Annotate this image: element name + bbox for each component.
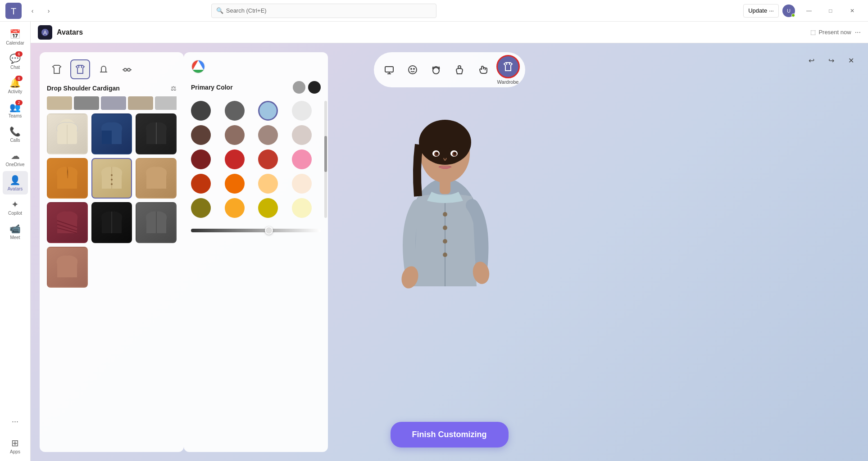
sidebar-label-onedrive: OneDrive [5, 162, 24, 167]
tab-jacket[interactable] [70, 59, 90, 79]
swatch-light-gray[interactable] [292, 101, 312, 121]
activity-icon: 🔔 6 [9, 77, 21, 88]
strip-item-3[interactable] [101, 96, 126, 110]
app-more-button[interactable]: ··· [855, 28, 861, 36]
sidebar-label-activity: Activity [8, 89, 23, 94]
clothing-grid [47, 113, 177, 288]
swatch-orange-3[interactable] [258, 174, 278, 194]
tab-glasses[interactable] [117, 59, 137, 79]
sidebar-item-calendar[interactable]: 📅 Calendar [3, 25, 28, 49]
strip-item-2[interactable] [74, 96, 99, 110]
sidebar-label-apps: Apps [10, 449, 20, 454]
clothing-item-8[interactable] [91, 202, 132, 243]
clothing-item-1[interactable] [47, 113, 88, 154]
filter-button[interactable]: ⚖ [171, 85, 177, 92]
slider-thumb[interactable] [265, 226, 273, 235]
finish-customizing-button[interactable]: Finish Customizing [391, 422, 509, 447]
svg-point-28 [443, 226, 447, 230]
swatch-brown-3[interactable] [258, 125, 278, 145]
color-slider[interactable] [191, 229, 321, 232]
update-button[interactable]: Update ··· [743, 4, 779, 18]
close-editor-button[interactable]: ✕ [843, 52, 859, 68]
content-area: A Avatars ⬚ Present now ··· [31, 22, 868, 461]
undo-button[interactable]: ↩ [803, 52, 819, 68]
search-bar[interactable]: 🔍 Search (Ctrl+E) [211, 4, 436, 18]
more-icon: ··· [12, 417, 18, 426]
sidebar-item-teams[interactable]: 👥 2 Teams [3, 98, 28, 122]
forward-button[interactable]: › [41, 4, 56, 18]
clothing-item-7[interactable] [47, 202, 88, 243]
copilot-icon: ✦ [11, 199, 19, 210]
swatch-dark-gray-2[interactable] [225, 101, 245, 121]
maximize-button[interactable]: □ [820, 4, 841, 18]
swatch-red-3[interactable] [258, 149, 278, 169]
sidebar-item-avatars[interactable]: 👤 Avatars [3, 171, 28, 194]
toolbar-face-button[interactable] [403, 60, 423, 80]
clothing-item-2[interactable] [91, 113, 132, 154]
close-button[interactable]: ✕ [842, 4, 863, 18]
swatch-brown-2[interactable] [225, 125, 245, 145]
svg-rect-17 [385, 67, 393, 72]
clothing-scroll[interactable] [47, 113, 177, 445]
tab-shirt[interactable] [47, 59, 67, 79]
sidebar-item-activity[interactable]: 🔔 6 Activity [3, 74, 28, 97]
tab-hat[interactable] [94, 59, 114, 79]
clothing-item-9[interactable] [136, 202, 177, 243]
swatch-yellow-1[interactable] [191, 198, 211, 218]
wardrobe-panel: Drop Shoulder Cardigan ⚖ [40, 52, 184, 452]
swatch-orange-4[interactable] [292, 174, 312, 194]
toolbar-body-button[interactable] [450, 60, 469, 80]
back-button[interactable]: ‹ [25, 4, 40, 18]
app-header-right: ⬚ Present now ··· [810, 28, 861, 36]
swatch-brown-4[interactable] [292, 125, 312, 145]
svg-point-20 [409, 66, 417, 74]
primary-color-row: Primary Color [191, 81, 321, 94]
swatch-red-2[interactable] [225, 149, 245, 169]
primary-swatch-gray[interactable] [293, 81, 305, 94]
wardrobe-heading: Drop Shoulder Cardigan ⚖ [47, 85, 177, 92]
swatch-brown-1[interactable] [191, 125, 211, 145]
svg-rect-10 [112, 131, 122, 144]
clothing-item-5[interactable] [91, 158, 132, 199]
swatch-orange-2[interactable] [225, 174, 245, 194]
sidebar-item-calls[interactable]: 📞 Calls [3, 122, 28, 146]
sidebar-item-onedrive[interactable]: ☁ OneDrive [3, 147, 28, 170]
swatch-yellow-3[interactable] [258, 198, 278, 218]
swatch-yellow-2[interactable] [225, 198, 245, 218]
color-slider-row [191, 229, 321, 232]
strip-item-4[interactable] [128, 96, 153, 110]
clothing-item-6[interactable] [136, 158, 177, 199]
clothing-item-4[interactable] [47, 158, 88, 199]
toolbar-gesture-button[interactable] [473, 60, 493, 80]
toolbar-hair-button[interactable] [426, 60, 446, 80]
redo-button[interactable]: ↪ [823, 52, 839, 68]
toolbar-wardrobe-button[interactable] [496, 55, 520, 78]
avatars-icon: 👤 [9, 175, 21, 185]
strip-item-1[interactable] [47, 96, 72, 110]
swatch-orange-1[interactable] [191, 174, 211, 194]
swatch-light-blue[interactable] [258, 101, 278, 121]
titlebar: T ‹ › 🔍 Search (Ctrl+E) Update ··· U — □… [0, 0, 868, 22]
swatch-yellow-4[interactable] [292, 198, 312, 218]
scrollbar-thumb[interactable] [324, 136, 327, 172]
sidebar-item-chat[interactable]: 💬 6 Chat [3, 50, 28, 73]
minimize-button[interactable]: — [799, 4, 819, 18]
strip-item-5[interactable] [155, 96, 177, 110]
sidebar-label-calls: Calls [10, 138, 20, 143]
present-now-button[interactable]: ⬚ Present now [810, 29, 851, 36]
sidebar-label-chat: Chat [10, 65, 20, 70]
swatch-pink[interactable] [292, 149, 312, 169]
sidebar-item-apps[interactable]: ⊞ Apps [3, 434, 28, 457]
clothing-item-3[interactable] [136, 113, 177, 154]
clothing-item-10[interactable] [47, 247, 88, 288]
calendar-icon: 📅 [9, 29, 21, 40]
swatch-red-1[interactable] [191, 149, 211, 169]
swatch-dark-gray-1[interactable] [191, 101, 211, 121]
sidebar-more-button[interactable]: ··· [3, 410, 28, 433]
svg-rect-9 [102, 131, 112, 144]
primary-swatch-black[interactable] [308, 81, 321, 94]
toolbar-present-button[interactable] [379, 60, 399, 80]
sidebar-item-copilot[interactable]: ✦ Copilot [3, 195, 28, 219]
sidebar-item-meet[interactable]: 📹 Meet [3, 220, 28, 243]
toolbar-present [379, 60, 399, 80]
